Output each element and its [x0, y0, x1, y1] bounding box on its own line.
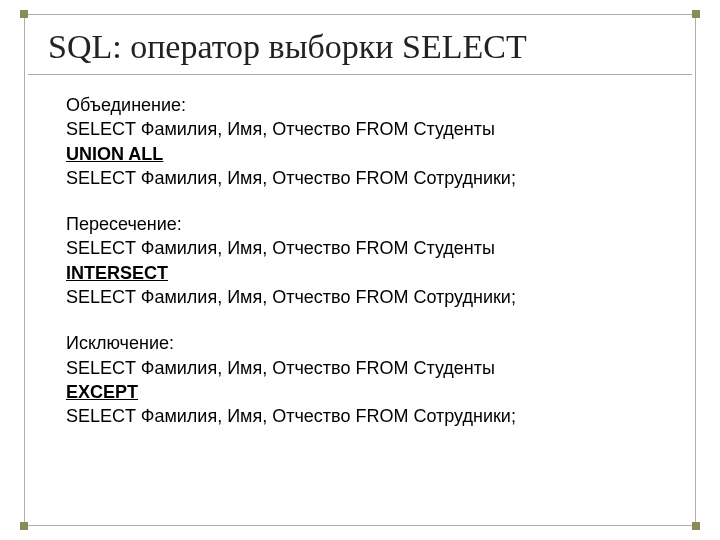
- sql-keyword: EXCEPT: [66, 382, 138, 402]
- sql-keyword: UNION ALL: [66, 144, 163, 164]
- corner-dot: [20, 522, 28, 530]
- code-block-except: Исключение: SELECT Фамилия, Имя, Отчеств…: [66, 331, 692, 428]
- code-block-intersect: Пересечение: SELECT Фамилия, Имя, Отчест…: [66, 212, 692, 309]
- corner-dot: [20, 10, 28, 18]
- sql-line: SELECT Фамилия, Имя, Отчество FROM Сотру…: [66, 285, 692, 309]
- sql-keyword: INTERSECT: [66, 263, 168, 283]
- block-label: Исключение:: [66, 331, 692, 355]
- sql-line: SELECT Фамилия, Имя, Отчество FROM Студе…: [66, 117, 692, 141]
- block-label: Пересечение:: [66, 212, 692, 236]
- code-block-union: Объединение: SELECT Фамилия, Имя, Отчест…: [66, 93, 692, 190]
- corner-dot: [692, 522, 700, 530]
- sql-line: SELECT Фамилия, Имя, Отчество FROM Студе…: [66, 356, 692, 380]
- sql-line: SELECT Фамилия, Имя, Отчество FROM Сотру…: [66, 404, 692, 428]
- sql-line: SELECT Фамилия, Имя, Отчество FROM Студе…: [66, 236, 692, 260]
- corner-dot: [692, 10, 700, 18]
- block-label: Объединение:: [66, 93, 692, 117]
- sql-line: SELECT Фамилия, Имя, Отчество FROM Сотру…: [66, 166, 692, 190]
- page-title: SQL: оператор выборки SELECT: [28, 18, 692, 75]
- slide-content: Объединение: SELECT Фамилия, Имя, Отчест…: [28, 93, 692, 429]
